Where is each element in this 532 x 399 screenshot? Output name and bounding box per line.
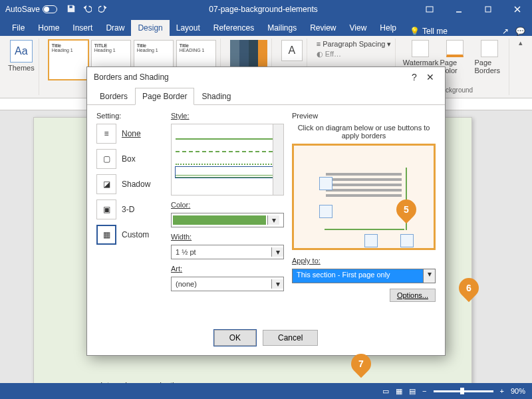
- preview-label: Preview: [292, 112, 436, 120]
- autosave-label: AutoSave: [5, 5, 40, 14]
- ok-button[interactable]: OK: [214, 330, 256, 346]
- shadow-icon: ◪: [96, 174, 116, 194]
- read-mode-icon[interactable]: ▭: [382, 387, 389, 396]
- setting-3d[interactable]: ▣3-D: [96, 200, 163, 219]
- page-borders-button[interactable]: Page Borders: [474, 40, 505, 74]
- document-title: 07-page-background-elements: [112, 5, 415, 14]
- web-layout-icon[interactable]: ▤: [409, 387, 416, 396]
- chevron-down-icon: ▾: [271, 247, 283, 257]
- format-thumb[interactable]: TitleHeading 1: [49, 40, 88, 80]
- preview-diagram[interactable]: [321, 164, 407, 230]
- watermark-icon: [412, 40, 429, 57]
- chevron-down-icon: ▾: [423, 269, 435, 283]
- svg-rect-0: [69, 5, 72, 8]
- style-label: Style:: [171, 112, 284, 120]
- redo-icon[interactable]: [98, 4, 108, 15]
- border-top-button[interactable]: [319, 177, 332, 190]
- svg-rect-1: [426, 7, 433, 12]
- width-label: Width:: [171, 233, 284, 241]
- zoom-slider[interactable]: [434, 390, 493, 392]
- art-label: Art:: [171, 265, 284, 273]
- setting-custom[interactable]: ▦Custom: [96, 225, 163, 245]
- share-icon[interactable]: ↗: [502, 27, 509, 36]
- style-list[interactable]: [171, 124, 284, 196]
- lightbulb-icon: 💡: [410, 27, 420, 36]
- save-icon[interactable]: [66, 4, 76, 15]
- tell-me-search[interactable]: 💡 Tell me: [403, 27, 454, 36]
- tab-home[interactable]: Home: [31, 20, 66, 36]
- custom-icon: ▦: [96, 225, 116, 245]
- dialog-title: Borders and Shading: [94, 72, 169, 82]
- dialog-help-icon[interactable]: ?: [406, 72, 422, 82]
- apply-to-label: Apply to:: [292, 257, 436, 265]
- style-option-selected[interactable]: [176, 167, 279, 178]
- title-bar: AutoSave 07-page-background-elements: [0, 0, 532, 19]
- border-left-button[interactable]: [319, 205, 332, 218]
- autosave-toggle[interactable]: AutoSave: [0, 5, 63, 14]
- paragraph-spacing-button[interactable]: ≡ Paragraph Spacing ▾: [317, 40, 392, 49]
- tab-mailings[interactable]: Mailings: [261, 20, 303, 36]
- zoom-level[interactable]: 90%: [511, 387, 525, 395]
- themes-label: Themes: [8, 64, 35, 72]
- ribbon-tab-strip: File Home Insert Draw Design Layout Refe…: [0, 19, 532, 36]
- tab-review[interactable]: Review: [303, 20, 342, 36]
- tab-insert[interactable]: Insert: [66, 20, 99, 36]
- maximize-icon[interactable]: [473, 0, 503, 19]
- apply-to-combo[interactable]: This section - First page only ▾: [292, 269, 436, 283]
- tab-references[interactable]: References: [207, 20, 261, 36]
- preview-hint: Click on diagram below or use buttons to…: [292, 124, 436, 140]
- group-themes: Aa Themes: [4, 39, 39, 95]
- undo-icon[interactable]: [82, 4, 92, 15]
- tab-view[interactable]: View: [343, 20, 374, 36]
- tab-help[interactable]: Help: [373, 20, 403, 36]
- toggle-off-icon: [43, 5, 57, 13]
- art-value: (none): [172, 280, 271, 288]
- setting-none[interactable]: ≡None: [96, 124, 163, 144]
- close-icon[interactable]: [503, 0, 532, 19]
- tab-file[interactable]: File: [5, 20, 31, 36]
- chevron-down-icon: ▾: [267, 215, 279, 225]
- width-value: 1 ½ pt: [172, 248, 271, 256]
- page-color-icon: [446, 40, 464, 57]
- dialog-tab-borders[interactable]: Borders: [92, 88, 135, 105]
- width-combo[interactable]: 1 ½ pt▾: [171, 245, 284, 259]
- collapse-ribbon-icon[interactable]: ▴: [515, 39, 527, 95]
- dialog-tab-page-border[interactable]: Page Border: [135, 88, 194, 105]
- dialog-tab-shading[interactable]: Shading: [194, 88, 238, 105]
- zoom-out-icon[interactable]: −: [422, 387, 426, 395]
- cancel-button[interactable]: Cancel: [263, 330, 318, 346]
- art-combo[interactable]: (none)▾: [171, 277, 284, 291]
- color-swatch: [173, 215, 266, 225]
- dialog-titlebar: Borders and Shading ? ✕: [87, 67, 445, 87]
- minimize-icon[interactable]: [444, 0, 473, 19]
- fonts-button[interactable]: A: [281, 40, 303, 61]
- zoom-in-icon[interactable]: +: [500, 387, 504, 395]
- effects-button[interactable]: ◐ Eff…: [317, 50, 392, 59]
- setting-box[interactable]: ▢Box: [96, 149, 163, 169]
- none-icon: ≡: [96, 124, 116, 144]
- themes-button[interactable]: Aa Themes: [8, 40, 35, 72]
- page-borders-icon: [481, 40, 498, 57]
- border-right-button[interactable]: [400, 234, 414, 247]
- options-button[interactable]: Options...: [390, 289, 436, 302]
- style-option[interactable]: [176, 142, 279, 152]
- theme-colors[interactable]: [230, 40, 267, 69]
- ribbon-display-icon[interactable]: [415, 0, 444, 19]
- color-combo[interactable]: ▾: [171, 213, 284, 227]
- comments-icon[interactable]: 💬: [515, 27, 525, 36]
- setting-shadow[interactable]: ◪Shadow: [96, 174, 163, 194]
- print-layout-icon[interactable]: ▦: [396, 387, 402, 396]
- svg-rect-3: [485, 7, 491, 12]
- border-bottom-button[interactable]: [364, 234, 378, 247]
- box-icon: ▢: [96, 149, 116, 169]
- tab-layout[interactable]: Layout: [170, 20, 207, 36]
- style-option[interactable]: [176, 129, 279, 140]
- quick-access-toolbar: [63, 4, 112, 15]
- style-option[interactable]: [176, 154, 279, 165]
- threed-icon: ▣: [96, 200, 116, 219]
- dialog-close-icon[interactable]: ✕: [422, 72, 438, 82]
- style-column: Style: Color: ▾ Width: 1 ½ pt▾ Art: (non…: [171, 112, 284, 319]
- tab-draw[interactable]: Draw: [99, 20, 131, 36]
- scrollbar[interactable]: [273, 124, 283, 195]
- tab-design[interactable]: Design: [131, 20, 169, 36]
